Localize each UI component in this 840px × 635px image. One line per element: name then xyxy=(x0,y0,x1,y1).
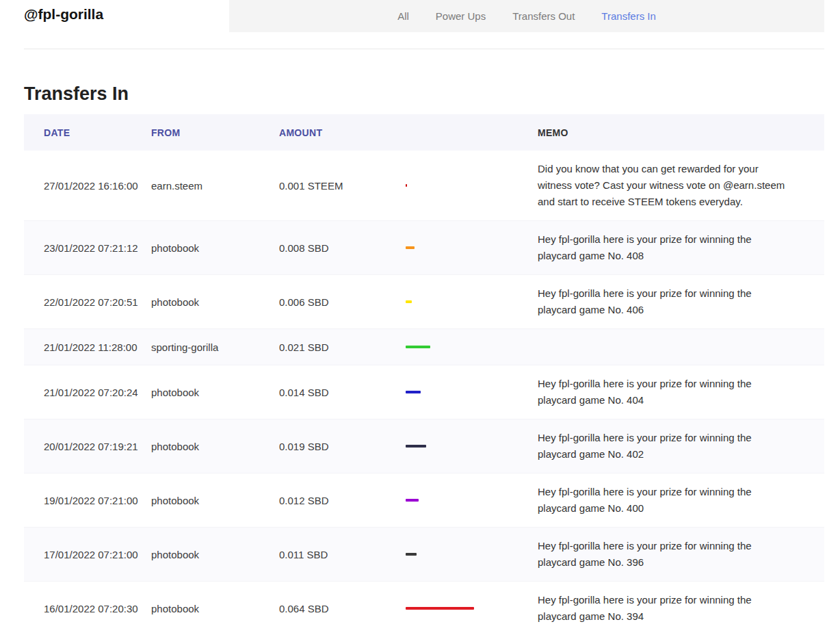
memo-cell: Hey fpl-gorilla here is your prize for w… xyxy=(538,285,824,318)
table-row: 21/01/2022 11:28:00 sporting-gorilla 0.0… xyxy=(24,329,824,365)
amount-cell: 0.064 SBD xyxy=(279,603,406,614)
amount-cell: 0.006 SBD xyxy=(279,296,406,308)
from-cell: earn.steem xyxy=(151,180,279,192)
memo-cell: Hey fpl-gorilla here is your prize for w… xyxy=(538,376,824,409)
date-cell: 21/01/2022 11:28:00 xyxy=(24,341,151,353)
amount-cell: 0.021 SBD xyxy=(279,341,406,353)
tab-transfers-in[interactable]: Transfers In xyxy=(601,10,655,22)
amount-cell: 0.001 STEEM xyxy=(279,180,406,192)
from-cell: photobook xyxy=(151,242,279,254)
memo-cell: Did you know that you can get rewarded f… xyxy=(538,161,824,210)
transfers-table: DATE FROM AMOUNT MEMO 27/01/2022 16:16:0… xyxy=(24,114,824,635)
table-header-row: DATE FROM AMOUNT MEMO xyxy=(24,114,824,151)
tab-power-ups[interactable]: Power Ups xyxy=(436,10,486,22)
memo-cell: Hey fpl-gorilla here is your prize for w… xyxy=(538,231,824,264)
amount-cell: 0.019 SBD xyxy=(279,441,406,452)
table-row: 22/01/2022 07:20:51 photobook 0.006 SBD … xyxy=(24,275,824,329)
tab-all[interactable]: All xyxy=(397,10,409,22)
amount-cell: 0.011 SBD xyxy=(279,549,406,560)
amount-bar-cell xyxy=(406,553,538,556)
filter-tabs: All Power Ups Transfers Out Transfers In xyxy=(229,0,824,32)
header-divider xyxy=(24,49,824,49)
page-title: Transfers In xyxy=(24,83,840,105)
amount-bar xyxy=(406,391,421,393)
from-cell: photobook xyxy=(151,495,279,506)
amount-bar xyxy=(406,553,417,556)
amount-cell: 0.008 SBD xyxy=(279,242,406,254)
from-cell: photobook xyxy=(151,441,279,452)
from-cell: photobook xyxy=(151,549,279,560)
amount-bar xyxy=(406,246,415,249)
date-cell: 17/01/2022 07:21:00 xyxy=(24,549,151,560)
table-row: 17/01/2022 07:21:00 photobook 0.011 SBD … xyxy=(24,528,824,582)
memo-cell: Hey fpl-gorilla here is your prize for w… xyxy=(538,538,824,571)
table-row: 27/01/2022 16:16:00 earn.steem 0.001 STE… xyxy=(24,151,824,221)
memo-cell: Hey fpl-gorilla here is your prize for w… xyxy=(538,430,824,463)
amount-bar xyxy=(406,607,474,610)
column-header-from: FROM xyxy=(151,127,279,138)
memo-cell: Hey fpl-gorilla here is your prize for w… xyxy=(538,484,824,517)
from-cell: photobook xyxy=(151,387,279,398)
amount-bar-cell xyxy=(406,445,538,448)
date-cell: 21/01/2022 07:20:24 xyxy=(24,387,151,398)
amount-bar-cell xyxy=(406,391,538,393)
amount-bar xyxy=(406,346,430,348)
amount-bar-cell xyxy=(406,607,538,610)
from-cell: photobook xyxy=(151,603,279,614)
from-cell: photobook xyxy=(151,296,279,308)
table-row: 23/01/2022 07:21:12 photobook 0.008 SBD … xyxy=(24,221,824,275)
amount-bar-cell xyxy=(406,499,538,502)
amount-bar-cell xyxy=(406,246,538,249)
date-cell: 23/01/2022 07:21:12 xyxy=(24,242,151,254)
column-header-amount: AMOUNT xyxy=(279,127,406,138)
date-cell: 20/01/2022 07:19:21 xyxy=(24,441,151,452)
amount-bar xyxy=(406,445,426,448)
table-row: 19/01/2022 07:21:00 photobook 0.012 SBD … xyxy=(24,474,824,528)
amount-bar-cell xyxy=(406,346,538,348)
table-row: 16/01/2022 07:20:30 photobook 0.064 SBD … xyxy=(24,582,824,635)
column-header-memo: MEMO xyxy=(538,125,824,141)
from-cell: sporting-gorilla xyxy=(151,341,279,353)
amount-cell: 0.012 SBD xyxy=(279,495,406,506)
date-cell: 19/01/2022 07:21:00 xyxy=(24,495,151,506)
amount-bar-cell xyxy=(406,300,538,303)
amount-bar-cell xyxy=(406,184,538,187)
amount-bar xyxy=(406,499,419,502)
table-body: 27/01/2022 16:16:00 earn.steem 0.001 STE… xyxy=(24,151,824,635)
date-cell: 22/01/2022 07:20:51 xyxy=(24,296,151,308)
table-row: 21/01/2022 07:20:24 photobook 0.014 SBD … xyxy=(24,365,824,419)
memo-cell: Hey fpl-gorilla here is your prize for w… xyxy=(538,592,824,625)
date-cell: 27/01/2022 16:16:00 xyxy=(24,180,151,192)
amount-cell: 0.014 SBD xyxy=(279,387,406,398)
table-row: 20/01/2022 07:19:21 photobook 0.019 SBD … xyxy=(24,419,824,474)
amount-bar xyxy=(406,184,407,187)
account-title: @fpl-gorilla xyxy=(24,6,103,23)
date-cell: 16/01/2022 07:20:30 xyxy=(24,603,151,614)
amount-bar xyxy=(406,300,412,303)
tab-transfers-out[interactable]: Transfers Out xyxy=(512,10,575,22)
column-header-date: DATE xyxy=(24,127,151,138)
top-bar: @fpl-gorilla All Power Ups Transfers Out… xyxy=(0,0,840,32)
